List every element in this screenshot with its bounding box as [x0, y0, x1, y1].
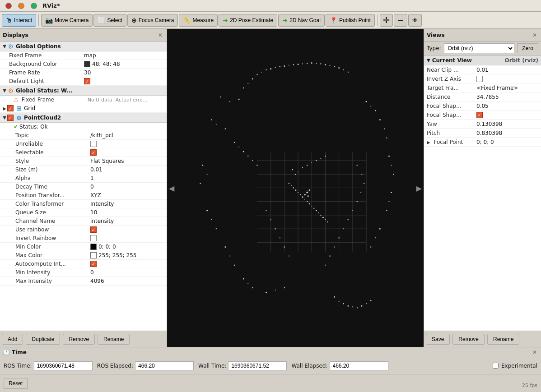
invert-rainbow-value[interactable]	[90, 235, 165, 241]
svg-point-108	[300, 194, 301, 195]
near-clip-value[interactable]: 0.01	[476, 67, 538, 73]
pitch-value[interactable]: 0.830398	[476, 130, 538, 136]
interact-button[interactable]: 🖱 Interact	[2, 14, 36, 27]
pitch-label: Pitch	[427, 130, 476, 136]
ros-elapsed-input[interactable]	[135, 361, 194, 370]
zero-button[interactable]: Zero	[517, 43, 538, 53]
unreliable-checkbox[interactable]	[90, 141, 97, 147]
viewport[interactable]: ◀ ▶	[167, 29, 424, 347]
global-options-section[interactable]: ▼ ⚙ Global Options	[0, 42, 167, 51]
queue-value[interactable]: 10	[90, 209, 165, 216]
svg-point-79	[330, 65, 331, 66]
target-frame-value[interactable]: <Fixed Frame>	[476, 85, 538, 91]
view-toggle-button[interactable]: 👁	[408, 14, 422, 27]
focal-shape-fixed-value[interactable]	[476, 112, 538, 118]
focus-camera-button[interactable]: ⊕ Focus Camera	[127, 14, 178, 27]
svg-point-52	[391, 165, 392, 166]
pos-trans-value[interactable]: XYZ	[90, 192, 165, 198]
global-options-icon: ⚙	[7, 43, 14, 50]
alpha-value[interactable]: 1	[90, 175, 165, 181]
invert-rainbow-checkbox[interactable]	[90, 235, 97, 241]
default-light-value[interactable]	[84, 78, 165, 84]
rename-display-button[interactable]: Rename	[98, 334, 130, 345]
rainbow-checkbox[interactable]	[90, 226, 97, 233]
min-intensity-value[interactable]: 0	[90, 269, 165, 276]
pointcloud-canvas[interactable]	[167, 29, 424, 347]
focal-shape-checkbox[interactable]	[476, 112, 483, 118]
unreliable-value[interactable]	[90, 141, 165, 147]
publish-point-label: Publish Point	[339, 17, 371, 23]
svg-point-76	[316, 63, 317, 64]
frame-rate-value[interactable]: 30	[84, 69, 165, 76]
style-value[interactable]: Flat Squares	[90, 158, 165, 164]
add-display-button[interactable]: ✛	[380, 14, 393, 27]
position-transformer-row: Position Transfor... XYZ	[0, 191, 167, 200]
reset-button[interactable]: Reset	[4, 378, 28, 389]
svg-point-65	[266, 69, 266, 70]
add-button[interactable]: Add	[2, 334, 23, 345]
svg-point-33	[206, 210, 208, 211]
wall-elapsed-input[interactable]	[330, 361, 388, 370]
nav-goal-button[interactable]: ➜ 2D Nav Goal	[278, 14, 325, 27]
views-close-button[interactable]: ✕	[531, 32, 538, 38]
svg-point-120	[327, 221, 328, 222]
maximize-button[interactable]	[31, 3, 37, 9]
channel-value[interactable]: intensity	[90, 218, 165, 224]
viewport-arrow-right[interactable]: ▶	[416, 184, 422, 192]
svg-point-80	[334, 66, 335, 67]
type-select[interactable]: Orbit (rviz)	[444, 43, 515, 53]
rainbow-value[interactable]	[90, 226, 165, 233]
pc2-checkbox[interactable]	[7, 115, 14, 121]
min-color-label: Min Color	[14, 244, 90, 250]
svg-point-57	[379, 228, 381, 230]
distance-value[interactable]: 34.7855	[476, 94, 538, 100]
save-view-button[interactable]: Save	[426, 334, 450, 345]
experimental-checkbox[interactable]	[493, 363, 499, 369]
rename-view-button[interactable]: Rename	[487, 334, 519, 345]
max-intensity-value[interactable]: 4096	[90, 278, 165, 284]
grid-checkbox[interactable]	[7, 105, 14, 111]
minimize-button[interactable]	[18, 3, 24, 9]
background-color-value[interactable]: 48; 48; 48	[84, 61, 165, 67]
select-button[interactable]: ⬜ Select	[93, 14, 126, 27]
selectable-value[interactable]	[90, 149, 165, 156]
invert-z-value[interactable]	[476, 76, 538, 82]
displays-close-button[interactable]: ✕	[157, 32, 164, 38]
svg-point-48	[379, 119, 381, 120]
duplicate-button[interactable]: Duplicate	[26, 334, 60, 345]
pose-estimate-button[interactable]: ➜ 2D Pose Estimate	[219, 14, 277, 27]
remove-view-button[interactable]: Remove	[452, 334, 485, 345]
decay-value[interactable]: 0	[90, 184, 165, 190]
toolbar-extra-button[interactable]: —	[394, 14, 407, 27]
measure-button[interactable]: 📏 Measure	[179, 14, 218, 27]
current-view-header[interactable]: ▼ Current View Orbit (rviz)	[424, 55, 541, 65]
max-color-value[interactable]: 255; 255; 255	[90, 252, 165, 258]
time-close-button[interactable]: ✕	[531, 349, 538, 355]
wall-time-input[interactable]	[228, 361, 287, 370]
default-light-checkbox[interactable]	[84, 78, 90, 84]
size-value[interactable]: 0.01	[90, 166, 165, 173]
col-trans-value[interactable]: Intensity	[90, 201, 165, 207]
publish-point-button[interactable]: 📍 Publish Point	[326, 14, 375, 27]
decay-row: Decay Time 0	[0, 183, 167, 191]
yaw-value[interactable]: 0.130398	[476, 121, 538, 127]
move-camera-button[interactable]: 📷 Move Camera	[41, 14, 93, 27]
close-button[interactable]	[5, 3, 12, 9]
svg-point-83	[348, 71, 349, 72]
topic-value[interactable]: /kitti_pcl	[90, 132, 165, 138]
focal-point-value[interactable]: 0; 0; 0	[476, 139, 538, 145]
invert-z-checkbox[interactable]	[476, 76, 483, 82]
pointcloud2-section[interactable]: ▼ ⊙ PointCloud2	[0, 113, 167, 123]
selectable-checkbox[interactable]	[90, 149, 97, 156]
ros-time-input[interactable]	[34, 361, 93, 370]
min-color-value[interactable]: 0; 0; 0	[90, 244, 165, 250]
autocompute-value[interactable]	[90, 261, 165, 267]
remove-display-button[interactable]: Remove	[63, 334, 95, 345]
autocompute-checkbox[interactable]	[90, 261, 97, 267]
viewport-arrow-left[interactable]: ◀	[169, 184, 174, 192]
grid-row[interactable]: ▶ ⊞ Grid	[0, 104, 167, 113]
global-status-section[interactable]: ▼ ⚙ Global Status: W...	[0, 86, 167, 96]
fixed-frame-value[interactable]: map	[84, 52, 165, 59]
default-light-row: Default Light	[0, 77, 167, 86]
focal-shape-size-value[interactable]: 0.05	[476, 103, 538, 109]
